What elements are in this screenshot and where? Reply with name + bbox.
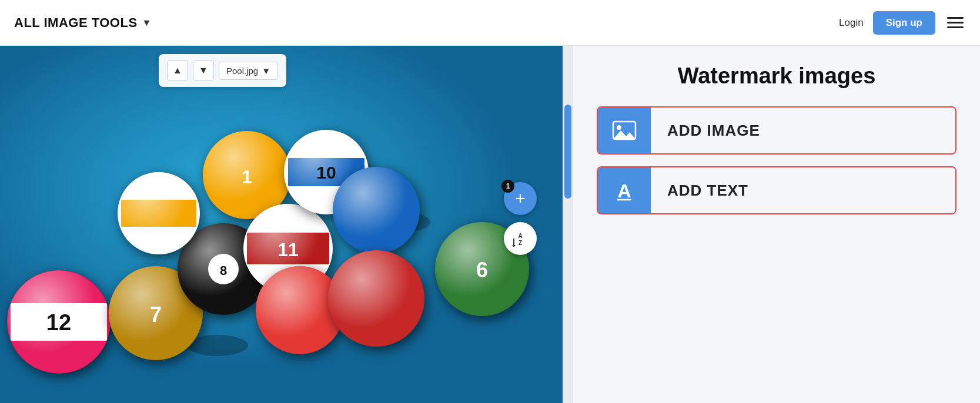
brand-chevron-icon: ▼ — [142, 18, 152, 28]
pool-balls-scene: 12 7 1 8 11 10 — [0, 46, 573, 403]
svg-point-50 — [617, 125, 621, 130]
hamburger-line — [947, 17, 964, 19]
sort-az-icon: A Z — [511, 230, 529, 247]
file-name-label: Pool.jpg — [226, 66, 258, 76]
sort-button[interactable]: A Z — [504, 222, 537, 255]
header: ALL IMAGE TOOLS ▼ Login Sign up — [0, 0, 980, 46]
header-left: ALL IMAGE TOOLS ▼ — [14, 15, 151, 31]
scrollbar[interactable] — [563, 46, 573, 403]
right-panel: Watermark images ADD IMAGE A ADD TEXT — [573, 46, 980, 403]
login-button[interactable]: Login — [839, 17, 864, 29]
scroll-thumb[interactable] — [564, 105, 571, 199]
nav-up-button[interactable]: ▲ — [167, 60, 188, 81]
svg-text:A: A — [518, 233, 522, 239]
signup-button[interactable]: Sign up — [873, 11, 935, 35]
panel-title: Watermark images — [597, 63, 956, 89]
hamburger-line — [947, 26, 964, 28]
main-layout: 12 7 1 8 11 10 — [0, 46, 980, 403]
add-button[interactable]: 1 + — [504, 182, 537, 215]
image-controls: ▲ ▼ Pool.jpg ▼ — [159, 54, 286, 87]
file-chevron-icon: ▼ — [262, 66, 270, 76]
add-image-label: ADD IMAGE — [651, 108, 955, 153]
nav-down-button[interactable]: ▼ — [193, 60, 214, 81]
svg-point-42 — [118, 172, 200, 254]
add-text-icon-box: A — [598, 167, 651, 213]
svg-point-44 — [328, 250, 424, 347]
image-icon — [611, 117, 637, 143]
image-panel: 12 7 1 8 11 10 — [0, 46, 573, 403]
svg-text:12: 12 — [46, 310, 71, 335]
svg-text:Z: Z — [519, 240, 522, 246]
svg-text:6: 6 — [476, 258, 488, 282]
svg-text:10: 10 — [316, 163, 336, 182]
svg-point-2 — [187, 335, 248, 356]
svg-marker-51 — [613, 130, 636, 139]
header-right: Login Sign up — [839, 11, 966, 35]
add-image-icon-box — [598, 108, 651, 153]
add-text-card[interactable]: A ADD TEXT — [597, 166, 956, 214]
svg-text:7: 7 — [150, 303, 162, 327]
svg-point-34 — [333, 167, 420, 254]
svg-marker-48 — [512, 245, 516, 247]
add-image-card[interactable]: ADD IMAGE — [597, 106, 956, 155]
svg-text:8: 8 — [220, 263, 227, 278]
svg-text:11: 11 — [277, 239, 299, 260]
hamburger-line — [947, 22, 964, 23]
svg-text:A: A — [617, 180, 631, 201]
add-badge: 1 — [501, 180, 514, 193]
brand-title: ALL IMAGE TOOLS — [14, 15, 138, 31]
plus-icon: + — [515, 190, 526, 207]
file-selector[interactable]: Pool.jpg ▼ — [219, 62, 278, 80]
text-icon: A — [611, 177, 637, 203]
svg-text:1: 1 — [242, 166, 252, 187]
add-text-label: ADD TEXT — [651, 167, 955, 213]
menu-hamburger-icon[interactable] — [945, 15, 966, 31]
